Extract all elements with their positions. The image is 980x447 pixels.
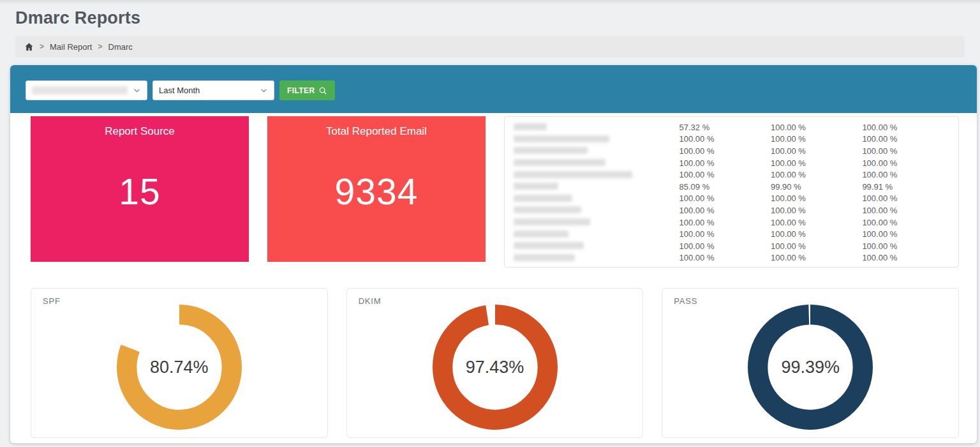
redacted-domain-name <box>514 183 558 190</box>
period-select[interactable]: Last Month <box>152 80 274 100</box>
donut-chart: 97.43% <box>433 305 558 430</box>
domain-name-cell <box>514 240 679 252</box>
dkim-donut-card: DKIM 97.43% <box>346 288 644 438</box>
report-panel: Last Month FILTER Report Source 15 Total… <box>10 65 977 443</box>
percent-cell: 100.00 % <box>771 123 862 132</box>
domain-select[interactable] <box>26 80 147 100</box>
donut-percentage: 99.39% <box>748 305 873 430</box>
percent-cell: 100.00 % <box>771 170 862 179</box>
percent-cell: 100.00 % <box>771 218 862 227</box>
domain-name-cell <box>514 216 679 228</box>
stat-title: Total Reported Email <box>326 125 427 138</box>
panel-body: Report Source 15 Total Reported Email 93… <box>10 113 977 447</box>
percent-cell: 100.00 % <box>771 158 862 168</box>
table-row: 100.00 %100.00 %100.00 % <box>514 145 949 157</box>
domain-name-cell <box>514 252 679 264</box>
stat-value: 15 <box>119 138 160 262</box>
percent-cell: 100.00 % <box>771 253 862 262</box>
breadcrumb: > Mail Report > Dmarc <box>15 36 965 57</box>
home-icon[interactable] <box>24 42 34 52</box>
total-reported-email-card: Total Reported Email 9334 <box>267 116 486 262</box>
breadcrumb-separator: > <box>98 42 102 51</box>
table-row: 100.00 %100.00 %100.00 % <box>514 252 949 264</box>
percent-cell: 100.00 % <box>862 241 949 251</box>
domain-name-cell <box>514 157 679 169</box>
filter-button-label: FILTER <box>287 86 315 95</box>
percent-cell: 100.00 % <box>862 253 949 262</box>
chevron-down-icon <box>260 86 268 95</box>
domain-name-cell <box>514 121 679 133</box>
percent-cell: 100.00 % <box>679 206 771 215</box>
redacted-domain-name <box>514 135 609 142</box>
percent-cell: 100.00 % <box>679 229 771 239</box>
filter-button[interactable]: FILTER <box>279 80 335 100</box>
domain-stats-table: 57.32 %100.00 %100.00 %100.00 %100.00 %1… <box>504 116 959 268</box>
percent-cell: 100.00 % <box>862 206 949 215</box>
table-row: 100.00 %100.00 %100.00 % <box>514 169 949 181</box>
percent-cell: 100.00 % <box>771 206 862 215</box>
domain-name-cell <box>514 133 679 145</box>
filter-bar: Last Month FILTER <box>10 65 977 113</box>
table-row: 100.00 %100.00 %100.00 % <box>514 193 949 205</box>
percent-cell: 100.00 % <box>679 218 771 227</box>
chart-title: PASS <box>674 296 697 306</box>
percent-cell: 85.09 % <box>679 182 771 192</box>
chevron-down-icon <box>133 86 141 95</box>
percent-cell: 57.32 % <box>679 123 771 132</box>
redacted-domain-name <box>514 171 632 178</box>
table-row: 85.09 %99.90 %99.91 % <box>514 181 949 193</box>
spf-donut-card: SPF 80.74% <box>31 288 328 438</box>
donut-percentage: 97.43% <box>433 305 558 430</box>
percent-cell: 100.00 % <box>679 146 771 156</box>
donut-chart: 80.74% <box>117 305 242 430</box>
percent-cell: 100.00 % <box>771 193 862 203</box>
redacted-domain-value <box>32 86 128 95</box>
percent-cell: 100.00 % <box>679 241 771 251</box>
percent-cell: 100.00 % <box>862 170 949 179</box>
redacted-domain-name <box>514 123 547 130</box>
domain-name-cell <box>514 145 679 156</box>
percent-cell: 100.00 % <box>771 146 862 156</box>
redacted-domain-name <box>514 147 588 154</box>
percent-cell: 100.00 % <box>771 241 862 251</box>
percent-cell: 100.00 % <box>862 193 949 203</box>
percent-cell: 100.00 % <box>862 158 949 168</box>
percent-cell: 100.00 % <box>862 146 949 156</box>
redacted-domain-name <box>514 231 568 238</box>
percent-cell: 100.00 % <box>771 229 862 239</box>
redacted-domain-name <box>514 218 590 225</box>
table-row: 100.00 %100.00 %100.00 % <box>514 133 949 146</box>
search-icon <box>318 86 327 95</box>
table-row: 100.00 %100.00 %100.00 % <box>514 228 949 240</box>
table-row: 57.32 %100.00 %100.00 % <box>514 121 949 133</box>
breadcrumb-dmarc: Dmarc <box>108 42 133 52</box>
redacted-domain-name <box>514 242 584 249</box>
percent-cell: 99.91 % <box>862 182 949 192</box>
percent-cell: 100.00 % <box>862 229 949 239</box>
chart-title: SPF <box>43 296 61 306</box>
stat-title: Report Source <box>105 125 175 138</box>
percent-cell: 100.00 % <box>679 134 771 144</box>
percent-cell: 100.00 % <box>862 123 949 132</box>
percent-cell: 100.00 % <box>862 218 949 227</box>
percent-cell: 100.00 % <box>679 193 771 203</box>
domain-name-cell <box>514 181 679 192</box>
percent-cell: 100.00 % <box>679 170 771 179</box>
domain-name-cell <box>514 229 679 240</box>
donut-chart: 99.39% <box>748 305 873 430</box>
redacted-domain-name <box>514 159 605 166</box>
percent-cell: 100.00 % <box>862 134 949 144</box>
redacted-domain-name <box>514 195 572 202</box>
table-row: 100.00 %100.00 %100.00 % <box>514 204 949 216</box>
page-title: Dmarc Reports <box>0 0 980 36</box>
breadcrumb-mail-report[interactable]: Mail Report <box>50 42 92 52</box>
pass-donut-card: PASS 99.39% <box>662 288 959 438</box>
stat-value: 9334 <box>335 138 419 262</box>
redacted-domain-name <box>514 254 575 261</box>
breadcrumb-separator: > <box>40 42 44 51</box>
period-select-value: Last Month <box>159 86 200 95</box>
table-row: 100.00 %100.00 %100.00 % <box>514 157 949 169</box>
table-row: 100.00 %100.00 %100.00 % <box>514 240 949 252</box>
percent-cell: 100.00 % <box>679 158 771 168</box>
percent-cell: 99.90 % <box>771 182 862 192</box>
